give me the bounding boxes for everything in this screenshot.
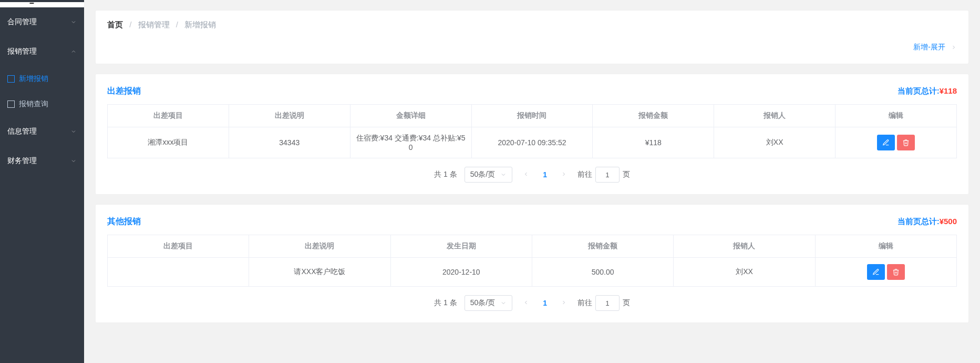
sidebar-top-marker: –	[0, 2, 84, 7]
section-title: 其他报销	[107, 216, 141, 227]
col-desc: 出差说明	[249, 235, 390, 258]
cell-amount: 500.00	[532, 258, 673, 287]
travel-table: 出差项目 出差说明 金额详细 报销时间 报销金额 报销人 编辑 湘潭xxx项目 …	[107, 104, 957, 158]
sidebar-item-info[interactable]: 信息管理	[0, 117, 84, 146]
pager-next[interactable]	[558, 170, 570, 179]
col-person: 报销人	[714, 105, 835, 127]
table-row: 湘潭xxx项目 34343 住宿费:¥34 交通费:¥34 总补贴:¥50 20…	[108, 127, 957, 158]
chevron-down-icon	[70, 158, 77, 164]
chevron-down-icon	[70, 19, 77, 25]
col-project: 出差项目	[108, 235, 249, 258]
chevron-up-icon	[70, 48, 77, 55]
breadcrumb-sep: /	[176, 20, 178, 29]
square-icon	[7, 75, 15, 83]
sidebar: – 合同管理 报销管理 新增报销 报销查询 信息管理	[0, 0, 84, 363]
cell-actions	[815, 258, 956, 287]
pager-prev[interactable]	[520, 299, 532, 307]
cell-time: 2020-07-10 09:35:52	[471, 127, 593, 158]
breadcrumb-card: 首页 / 报销管理 / 新增报销 新增-展开	[96, 11, 968, 64]
breadcrumb-level1[interactable]: 报销管理	[138, 20, 170, 29]
col-edit: 编辑	[835, 105, 957, 127]
col-project: 出差项目	[108, 105, 229, 127]
pager-goto: 前往 页	[577, 167, 630, 183]
add-expand-link[interactable]: 新增-展开	[913, 43, 945, 52]
chevron-right-icon	[951, 44, 957, 51]
col-time: 报销时间	[471, 105, 593, 127]
cell-person: 刘XX	[714, 127, 835, 158]
col-date: 发生日期	[390, 235, 532, 258]
col-amount: 报销金额	[593, 105, 714, 127]
sidebar-item-finance[interactable]: 财务管理	[0, 146, 84, 176]
sidebar-subitem-add-reimburse[interactable]: 新增报销	[0, 66, 84, 92]
pager-current[interactable]: 1	[540, 299, 550, 307]
delete-button[interactable]	[897, 135, 915, 150]
cell-detail: 住宿费:¥34 交通费:¥34 总补贴:¥50	[350, 127, 471, 158]
sidebar-item-label: 报销管理	[7, 47, 37, 56]
section-total: 当前页总计:¥500	[898, 217, 957, 227]
sidebar-item-label: 财务管理	[7, 156, 37, 166]
col-person: 报销人	[674, 235, 815, 258]
col-amount: 报销金额	[532, 235, 673, 258]
cell-person: 刘XX	[674, 258, 815, 287]
chevron-down-icon	[500, 300, 507, 306]
cell-date: 2020-12-10	[390, 258, 532, 287]
pager-total: 共 1 条	[434, 298, 457, 308]
pager-total: 共 1 条	[434, 170, 457, 179]
cell-amount: ¥118	[593, 127, 714, 158]
chevron-down-icon	[500, 172, 507, 178]
col-edit: 编辑	[815, 235, 956, 258]
pager-next[interactable]	[558, 299, 570, 307]
cell-desc: 请XXX客户吃饭	[249, 258, 390, 287]
page-size-select[interactable]: 50条/页	[465, 295, 512, 311]
chevron-down-icon	[70, 128, 77, 135]
sidebar-item-label: 合同管理	[7, 17, 37, 27]
travel-reimburse-card: 出差报销 当前页总计:¥118 出差项目 出差说明 金额详细 报销时间 报销金额…	[96, 74, 968, 194]
breadcrumb: 首页 / 报销管理 / 新增报销	[96, 11, 968, 39]
pager-goto: 前往 页	[577, 295, 630, 311]
edit-button[interactable]	[877, 135, 895, 150]
pager-goto-input[interactable]	[595, 167, 620, 183]
delete-button[interactable]	[887, 264, 905, 280]
other-table: 出差项目 出差说明 发生日期 报销金额 报销人 编辑 请XXX客户吃饭 2020…	[107, 235, 957, 287]
sidebar-item-label: 信息管理	[7, 127, 37, 136]
pager-current[interactable]: 1	[540, 170, 550, 179]
section-total: 当前页总计:¥118	[898, 86, 957, 96]
cell-project: 湘潭xxx项目	[108, 127, 229, 158]
pagination: 共 1 条 50条/页 1 前往 页	[107, 295, 957, 311]
pager-goto-input[interactable]	[595, 295, 620, 311]
sidebar-subitem-query-reimburse[interactable]: 报销查询	[0, 92, 84, 117]
sidebar-item-label: 报销查询	[19, 99, 48, 109]
breadcrumb-level2: 新增报销	[184, 20, 216, 29]
edit-button[interactable]	[867, 264, 885, 280]
table-row: 请XXX客户吃饭 2020-12-10 500.00 刘XX	[108, 258, 957, 287]
breadcrumb-sep: /	[129, 20, 131, 29]
sidebar-item-contract[interactable]: 合同管理	[0, 7, 84, 37]
page-size-select[interactable]: 50条/页	[465, 167, 512, 183]
other-reimburse-card: 其他报销 当前页总计:¥500 出差项目 出差说明 发生日期 报销金额 报销人 …	[96, 205, 968, 322]
cell-desc: 34343	[229, 127, 350, 158]
sidebar-item-reimburse[interactable]: 报销管理	[0, 37, 84, 66]
breadcrumb-home[interactable]: 首页	[107, 20, 123, 29]
square-icon	[7, 100, 15, 108]
col-detail: 金额详细	[350, 105, 471, 127]
pager-prev[interactable]	[520, 170, 532, 179]
main-content: 首页 / 报销管理 / 新增报销 新增-展开 出差报销 当前页总计:¥118	[84, 0, 980, 363]
pagination: 共 1 条 50条/页 1 前往 页	[107, 167, 957, 183]
section-title: 出差报销	[107, 86, 141, 97]
cell-actions	[835, 127, 957, 158]
cell-project	[108, 258, 249, 287]
col-desc: 出差说明	[229, 105, 350, 127]
sidebar-item-label: 新增报销	[19, 74, 48, 84]
